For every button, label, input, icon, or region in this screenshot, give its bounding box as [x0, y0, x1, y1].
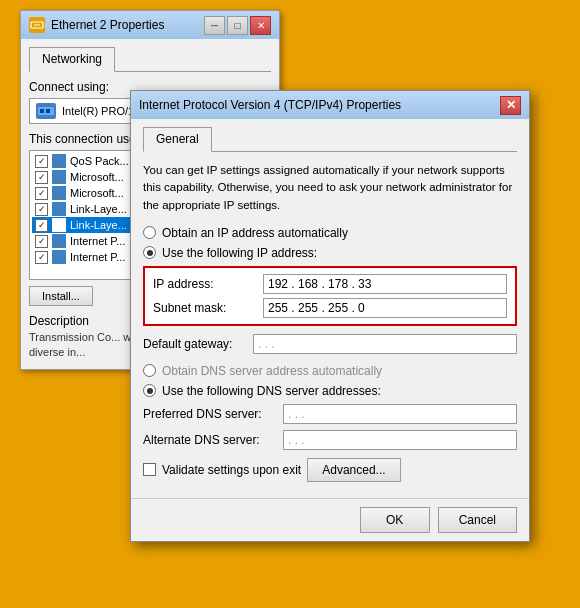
item-label: Link-Laye... — [70, 203, 127, 215]
ip-address-row: IP address: 192 . 168 . 178 . 33 — [153, 274, 507, 294]
manual-dns-label: Use the following DNS server addresses: — [162, 384, 381, 398]
ip-address-input[interactable]: 192 . 168 . 178 . 33 — [263, 274, 507, 294]
ok-button[interactable]: OK — [360, 507, 430, 533]
checkbox-icon: ✓ — [35, 235, 48, 248]
tcp-window-title: Internet Protocol Version 4 (TCP/IPv4) P… — [139, 98, 401, 112]
checkbox-icon: ✓ — [35, 171, 48, 184]
eth-window-title: Ethernet 2 Properties — [51, 18, 164, 32]
checkbox-icon: ✓ — [35, 203, 48, 216]
item-icon — [52, 186, 66, 200]
eth-maximize-button[interactable]: □ — [227, 16, 248, 35]
eth-networking-tab[interactable]: Networking — [29, 47, 115, 72]
checkbox-icon: ✓ — [35, 155, 48, 168]
manual-dns-radio[interactable] — [143, 384, 156, 397]
manual-ip-label: Use the following IP address: — [162, 246, 317, 260]
preferred-dns-input[interactable]: . . . — [283, 404, 517, 424]
checkbox-icon: ✓ — [35, 251, 48, 264]
alternate-dns-row: Alternate DNS server: . . . — [143, 430, 517, 450]
auto-dns-radio-row: Obtain DNS server address automatically — [143, 364, 517, 378]
tcp-general-tab[interactable]: General — [143, 127, 212, 152]
checkbox-icon: ✓ — [35, 187, 48, 200]
default-gateway-input[interactable]: . . . — [253, 334, 517, 354]
item-label: Microsoft... — [70, 187, 124, 199]
eth-close-button[interactable]: ✕ — [250, 16, 271, 35]
ip-address-value: 192 . 168 . 178 . 33 — [268, 277, 371, 291]
item-icon — [52, 154, 66, 168]
eth-tab-bar: Networking — [29, 47, 271, 72]
auto-ip-radio-row: Obtain an IP address automatically — [143, 226, 517, 240]
tcp-tab-bar: General — [143, 127, 517, 152]
validate-row: Validate settings upon exit Advanced... — [143, 458, 517, 482]
ip-section: IP address: 192 . 168 . 178 . 33 Subnet … — [143, 266, 517, 326]
alternate-dns-label: Alternate DNS server: — [143, 433, 283, 447]
preferred-dns-row: Preferred DNS server: . . . — [143, 404, 517, 424]
manual-dns-radio-row: Use the following DNS server addresses: — [143, 384, 517, 398]
item-icon — [52, 250, 66, 264]
gateway-value: . . . — [258, 337, 275, 351]
auto-ip-label: Obtain an IP address automatically — [162, 226, 348, 240]
eth-minimize-button[interactable]: ─ — [204, 16, 225, 35]
alternate-dns-value: . . . — [288, 433, 305, 447]
adapter-icon — [36, 103, 56, 119]
item-label: Microsoft... — [70, 171, 124, 183]
svg-rect-3 — [40, 109, 44, 113]
validate-label: Validate settings upon exit — [162, 463, 301, 477]
default-gateway-label: Default gateway: — [143, 337, 253, 351]
checkbox-icon: ✓ — [35, 219, 48, 232]
item-label: Link-Laye... — [70, 219, 127, 231]
gateway-row: Default gateway: . . . — [143, 334, 517, 354]
item-label: Internet P... — [70, 235, 125, 247]
subnet-mask-value: 255 . 255 . 255 . 0 — [268, 301, 365, 315]
auto-dns-radio[interactable] — [143, 364, 156, 377]
ethernet-icon — [29, 17, 45, 33]
ip-address-label: IP address: — [153, 277, 263, 291]
info-text: You can get IP settings assigned automat… — [143, 162, 517, 214]
advanced-button[interactable]: Advanced... — [307, 458, 400, 482]
preferred-dns-label: Preferred DNS server: — [143, 407, 283, 421]
item-icon — [52, 202, 66, 216]
install-button[interactable]: Install... — [29, 286, 93, 306]
tcp-close-button[interactable]: ✕ — [500, 96, 521, 115]
item-icon — [52, 218, 66, 232]
item-icon — [52, 170, 66, 184]
item-label: QoS Pack... — [70, 155, 129, 167]
subnet-mask-input[interactable]: 255 . 255 . 255 . 0 — [263, 298, 507, 318]
tcp-titlebar: Internet Protocol Version 4 (TCP/IPv4) P… — [131, 91, 529, 119]
cancel-button[interactable]: Cancel — [438, 507, 517, 533]
auto-ip-radio[interactable] — [143, 226, 156, 239]
subnet-mask-label: Subnet mask: — [153, 301, 263, 315]
eth-titlebar-left: Ethernet 2 Properties — [29, 17, 164, 33]
subnet-mask-row: Subnet mask: 255 . 255 . 255 . 0 — [153, 298, 507, 318]
item-icon — [52, 234, 66, 248]
manual-ip-radio[interactable] — [143, 246, 156, 259]
validate-checkbox[interactable] — [143, 463, 156, 476]
svg-rect-4 — [46, 109, 50, 113]
item-label: Internet P... — [70, 251, 125, 263]
auto-dns-label: Obtain DNS server address automatically — [162, 364, 382, 378]
manual-ip-radio-row: Use the following IP address: — [143, 246, 517, 260]
eth-titlebar: Ethernet 2 Properties ─ □ ✕ — [21, 11, 279, 39]
eth-window-controls: ─ □ ✕ — [204, 16, 271, 35]
preferred-dns-value: . . . — [288, 407, 305, 421]
tcp-properties-window: Internet Protocol Version 4 (TCP/IPv4) P… — [130, 90, 530, 542]
tcp-bottom-buttons: OK Cancel — [131, 498, 529, 541]
alternate-dns-input[interactable]: . . . — [283, 430, 517, 450]
